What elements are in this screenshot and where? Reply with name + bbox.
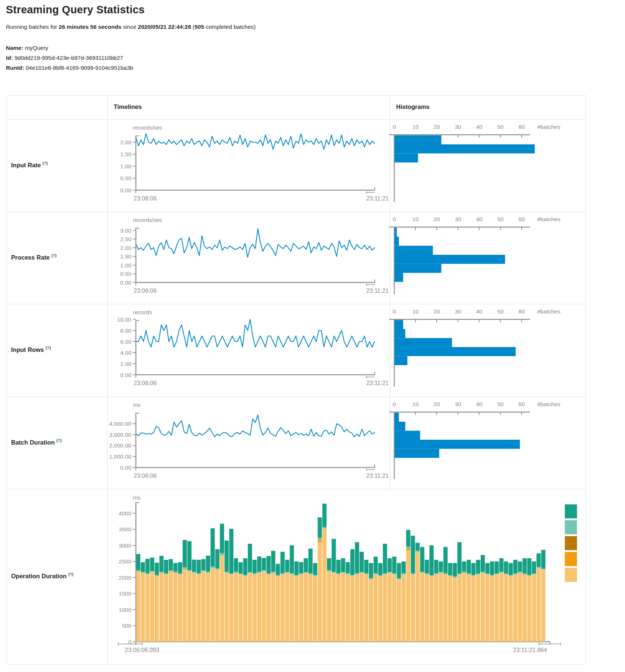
svg-text:30: 30 (455, 124, 461, 130)
svg-text:1.00: 1.00 (120, 163, 132, 169)
svg-text:#batches: #batches (537, 401, 560, 407)
svg-text:0: 0 (393, 216, 396, 222)
svg-text:8.00: 8.00 (120, 328, 132, 334)
running-duration: 26 minutes 56 seconds (59, 24, 121, 30)
legend-swatch (565, 520, 577, 534)
svg-text:records: records (133, 309, 152, 315)
query-meta: Name: myQuery Id: 9d0dd219-995d-423e-b97… (6, 43, 133, 73)
svg-text:2.00: 2.00 (120, 361, 132, 367)
operation-duration-chart: ms4000350030002500200015001000500023:06:… (107, 488, 585, 664)
svg-text:3.00: 3.00 (120, 227, 132, 234)
svg-text:0.00: 0.00 (120, 372, 132, 378)
help-tooltip-icon[interactable]: (?) (68, 572, 73, 576)
svg-text:records/sec: records/sec (133, 124, 162, 131)
svg-text:50: 50 (497, 216, 504, 222)
svg-text:0.50: 0.50 (120, 175, 132, 181)
svg-text:60: 60 (518, 308, 525, 315)
svg-text:1.50: 1.50 (120, 253, 132, 260)
input-rate-charts: records/sec2.001.501.000.500.0023:06:062… (107, 119, 585, 211)
svg-text:1,000.00: 1,000.00 (109, 453, 132, 460)
svg-text:30: 30 (455, 401, 461, 407)
svg-text:ms: ms (133, 494, 141, 501)
svg-text:23:06:06: 23:06:06 (134, 473, 157, 479)
svg-text:10: 10 (412, 216, 419, 222)
svg-text:20: 20 (433, 216, 440, 222)
svg-text:0.50: 0.50 (120, 271, 132, 277)
svg-text:23:06:06: 23:06:06 (134, 195, 157, 202)
running-mid: since (121, 24, 138, 30)
svg-text:records/sec: records/sec (133, 217, 162, 223)
svg-text:1.50: 1.50 (120, 151, 132, 157)
svg-text:20: 20 (433, 308, 440, 315)
svg-text:20: 20 (433, 124, 440, 130)
svg-text:23:06:06.093: 23:06:06.093 (125, 647, 159, 653)
svg-text:2,000.00: 2,000.00 (109, 442, 132, 449)
help-tooltip-icon[interactable]: (?) (46, 346, 51, 350)
help-tooltip-icon[interactable]: (?) (56, 438, 62, 443)
svg-text:4,000.00: 4,000.00 (109, 421, 132, 427)
column-header-histograms: Histograms (396, 103, 430, 110)
svg-text:2.00: 2.00 (120, 139, 132, 145)
svg-text:0: 0 (393, 401, 396, 407)
svg-text:6.00: 6.00 (120, 339, 132, 345)
svg-text:10.00: 10.00 (117, 316, 131, 323)
svg-text:23:11:21: 23:11:21 (366, 473, 389, 479)
svg-text:2.50: 2.50 (120, 236, 132, 242)
svg-text:40: 40 (476, 401, 483, 407)
svg-text:2.00: 2.00 (120, 245, 132, 251)
batch-duration-charts: ms4,000.003,000.002,000.001,000.000.0023… (107, 396, 585, 488)
svg-text:4.00: 4.00 (120, 350, 132, 356)
row-label-input-rows: Input Rows (?) (11, 346, 51, 353)
svg-text:23:11:21: 23:11:21 (366, 288, 389, 294)
svg-text:10: 10 (412, 401, 419, 407)
completed-batch-count: 505 (195, 24, 204, 30)
svg-text:3000: 3000 (119, 542, 132, 549)
running-start-time: 2020/05/21 22:44:28 (138, 24, 191, 30)
legend-swatch (565, 536, 577, 550)
svg-text:#batches: #batches (537, 308, 560, 315)
svg-text:1000: 1000 (119, 607, 132, 613)
legend-swatch (565, 504, 577, 518)
svg-text:0.00: 0.00 (120, 464, 132, 471)
svg-text:2500: 2500 (119, 558, 132, 565)
svg-text:30: 30 (455, 308, 461, 315)
svg-text:500: 500 (122, 623, 131, 629)
svg-text:3,000.00: 3,000.00 (109, 432, 132, 438)
svg-text:40: 40 (476, 216, 483, 222)
column-header-timelines: Timelines (114, 103, 142, 110)
query-name-line: Name: myQuery (6, 43, 133, 53)
svg-text:23:11:21.864: 23:11:21.864 (513, 647, 547, 653)
svg-text:2000: 2000 (119, 575, 132, 581)
svg-text:23:11:21: 23:11:21 (366, 380, 389, 386)
running-prefix: Running batches for (6, 24, 59, 30)
input-rows-charts: records10.008.006.004.002.000.0023:06:06… (107, 304, 585, 396)
query-runid-line: RunId: 04e101e6-8bf8-4165-9099-9104c951b… (6, 63, 133, 73)
running-summary: Running batches for 26 minutes 56 second… (6, 24, 255, 30)
svg-text:#batches: #batches (537, 124, 560, 130)
svg-text:20: 20 (433, 401, 440, 407)
process-rate-charts: records/sec3.002.502.001.501.000.500.002… (107, 211, 585, 304)
svg-text:3500: 3500 (119, 526, 132, 532)
row-label-batch-duration: Batch Duration (?) (11, 438, 62, 446)
svg-text:40: 40 (476, 308, 483, 315)
svg-text:50: 50 (497, 124, 504, 130)
help-tooltip-icon[interactable]: (?) (42, 161, 48, 165)
row-label-input-rate: Input Rate (?) (11, 161, 48, 169)
svg-text:60: 60 (518, 216, 525, 222)
help-tooltip-icon[interactable]: (?) (51, 253, 56, 258)
svg-text:23:06:06: 23:06:06 (134, 380, 157, 386)
svg-text:4000: 4000 (119, 510, 132, 517)
svg-text:23:11:21: 23:11:21 (366, 195, 389, 202)
svg-text:0: 0 (393, 124, 396, 130)
svg-text:ms: ms (133, 402, 141, 408)
row-label-process-rate: Process Rate (?) (11, 253, 56, 261)
page-title: Streaming Query Statistics (6, 4, 145, 16)
svg-text:0.00: 0.00 (120, 187, 132, 193)
svg-text:30: 30 (455, 216, 461, 222)
svg-text:60: 60 (518, 124, 525, 130)
svg-text:0: 0 (393, 308, 396, 315)
svg-text:50: 50 (497, 401, 504, 407)
running-suffix: completed batches) (204, 24, 256, 30)
svg-text:1500: 1500 (119, 590, 132, 597)
query-id-line: Id: 9d0dd219-995d-423e-b97d-36931110bb27 (6, 53, 133, 63)
